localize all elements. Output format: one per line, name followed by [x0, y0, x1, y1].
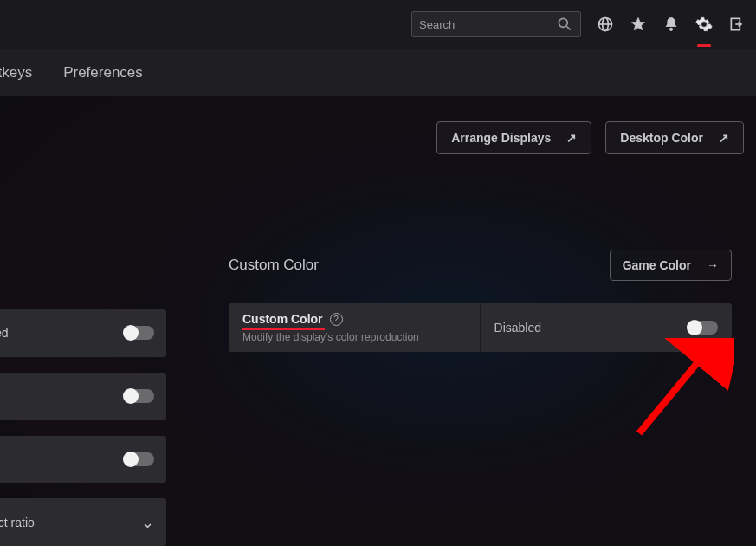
arrow-right-icon: → — [707, 258, 719, 272]
rail-card-3[interactable] — [0, 436, 166, 484]
desktop-color-label: Desktop Color — [620, 131, 703, 145]
top-toolbar — [0, 0, 756, 49]
custom-color-card[interactable]: Custom Color ? Modify the display's colo… — [229, 303, 481, 352]
tab-preferences[interactable]: Preferences — [63, 64, 143, 81]
custom-color-toggle[interactable] — [687, 321, 718, 335]
desktop-color-button[interactable]: Desktop Color ↗ — [605, 121, 744, 154]
globe-icon[interactable] — [597, 16, 614, 33]
title-underline — [242, 328, 325, 330]
gear-icon[interactable] — [695, 16, 713, 33]
star-icon[interactable] — [630, 16, 647, 33]
search-input[interactable] — [419, 18, 540, 31]
custom-color-title-text: Custom Color — [242, 312, 323, 326]
external-link-icon: ↗ — [566, 131, 577, 145]
custom-color-state-label: Disabled — [494, 321, 541, 335]
rail-card-1-label: ted — [0, 326, 8, 340]
external-link-icon: ↗ — [719, 131, 729, 145]
rail-toggle-2[interactable] — [123, 389, 154, 403]
tab-hotkeys[interactable]: otkeys — [0, 64, 32, 81]
game-color-button[interactable]: Game Color → — [610, 250, 732, 281]
search-input-container[interactable] — [411, 11, 581, 37]
sub-tab-bar: otkeys Preferences — [0, 49, 756, 97]
toggle-knob — [687, 320, 702, 335]
search-icon — [556, 16, 573, 33]
exit-icon[interactable] — [728, 16, 746, 33]
custom-color-state-card: Disabled — [481, 303, 732, 352]
rail-toggle-1[interactable] — [123, 326, 154, 340]
custom-color-subtitle: Modify the display's color reproduction — [242, 331, 466, 343]
rail-toggle-3[interactable] — [123, 452, 154, 466]
section-title: Custom Color — [229, 257, 319, 274]
custom-color-title: Custom Color — [242, 312, 323, 326]
help-icon[interactable]: ? — [330, 313, 343, 326]
svg-line-1 — [567, 27, 571, 30]
rail-card-4-label: ect ratio — [0, 516, 35, 530]
active-tab-underline — [697, 44, 711, 47]
arrange-displays-button[interactable]: Arrange Displays ↗ — [436, 121, 591, 154]
bell-icon[interactable] — [662, 16, 680, 33]
rail-card-1[interactable]: ted — [0, 309, 166, 357]
left-rail: ted ect ratio ⌄ — [0, 97, 166, 546]
rail-card-2[interactable] — [0, 373, 166, 420]
svg-point-0 — [559, 18, 567, 27]
game-color-label: Game Color — [623, 258, 691, 272]
toggle-knob — [123, 325, 139, 341]
svg-point-6 — [669, 28, 672, 30]
toggle-knob — [123, 452, 139, 467]
svg-marker-5 — [632, 18, 645, 30]
toggle-knob — [123, 388, 139, 404]
rail-card-aspect-ratio[interactable]: ect ratio ⌄ — [0, 498, 166, 546]
arrange-displays-label: Arrange Displays — [451, 131, 551, 145]
chevron-down-icon: ⌄ — [141, 513, 154, 532]
